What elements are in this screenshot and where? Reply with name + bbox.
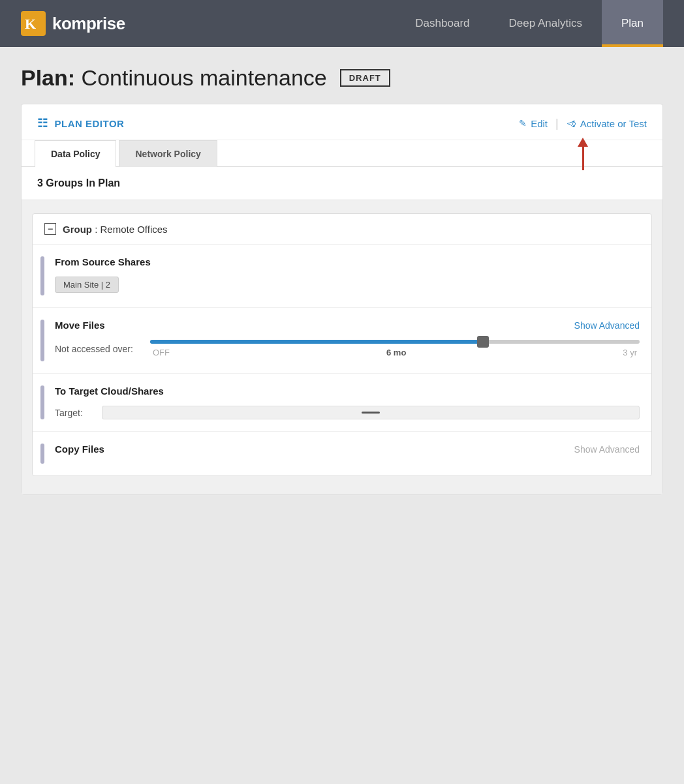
draft-badge: DRAFT <box>340 69 390 87</box>
plan-editor-header: ☷ PLAN EDITOR ✎ Edit | ⏿ Activate or Tes… <box>22 104 662 140</box>
plan-editor-actions: ✎ Edit | ⏿ Activate or Test <box>519 117 647 130</box>
brand-name: komprise <box>52 14 125 34</box>
navbar: K komprise Dashboard Deep Analytics Plan <box>0 0 684 47</box>
from-source-title-row: From Source Shares <box>55 256 640 267</box>
slider-thumb[interactable] <box>477 336 489 348</box>
tab-network-policy[interactable]: Network Policy <box>119 140 217 167</box>
plan-header: Plan: Continuous maintenance DRAFT <box>21 65 663 91</box>
target-input[interactable] <box>102 406 640 419</box>
activate-button[interactable]: ⏿ Activate or Test <box>567 118 647 129</box>
show-advanced-copy: Show Advanced <box>574 444 640 455</box>
sliders-icon: ☷ <box>37 116 48 130</box>
edit-icon: ✎ <box>519 118 527 128</box>
edit-button[interactable]: ✎ Edit <box>519 118 548 129</box>
tab-data-policy[interactable]: Data Policy <box>35 140 116 167</box>
groups-count: 3 Groups In Plan <box>22 167 662 200</box>
group-body: From Source Shares Main Site | 2 Move Fi… <box>33 245 651 475</box>
plan-editor-card: ☷ PLAN EDITOR ✎ Edit | ⏿ Activate or Tes… <box>21 104 663 495</box>
tabs-row: Data Policy Network Policy <box>22 140 662 167</box>
page-content: Plan: Continuous maintenance DRAFT ☷ PLA… <box>0 47 684 513</box>
section-sidebar-target <box>40 385 44 419</box>
svg-text:K: K <box>25 16 36 32</box>
from-source-section: From Source Shares Main Site | 2 <box>33 245 651 308</box>
show-advanced-move[interactable]: Show Advanced <box>574 320 640 331</box>
copy-files-section: Copy Files Show Advanced <box>33 432 651 475</box>
nav-links: Dashboard Deep Analytics Plan <box>396 0 663 47</box>
slider-tick-off: OFF <box>153 348 170 357</box>
slider-tick-6mo: 6 mo <box>386 348 406 357</box>
copy-files-title-row: Copy Files Show Advanced <box>55 444 640 455</box>
copy-files-content: Copy Files Show Advanced <box>55 444 640 464</box>
to-target-title-row: To Target Cloud/Shares <box>55 385 640 397</box>
arrow-annotation <box>578 138 588 170</box>
to-target-section: To Target Cloud/Shares Target: <box>33 374 651 432</box>
collapse-icon[interactable]: − <box>44 223 56 235</box>
to-target-title: To Target Cloud/Shares <box>55 385 164 397</box>
from-source-title: From Source Shares <box>55 256 151 267</box>
arrow-head <box>578 138 588 147</box>
slider-fill <box>150 340 483 344</box>
group-header[interactable]: − Group : Remote Offices <box>33 214 651 245</box>
nav-plan[interactable]: Plan <box>602 0 663 47</box>
slider-tick-3yr: 3 yr <box>623 348 637 357</box>
arrow-shaft <box>582 147 584 170</box>
source-tag[interactable]: Main Site | 2 <box>55 277 119 293</box>
slider-track <box>150 340 640 344</box>
from-source-content: From Source Shares Main Site | 2 <box>55 256 640 295</box>
target-label: Target: <box>55 408 94 418</box>
to-target-content: To Target Cloud/Shares Target: <box>55 385 640 419</box>
slider-row: Not accessed over: OFF 6 mo <box>55 340 640 357</box>
move-files-title: Move Files <box>55 320 105 331</box>
slider-labels: OFF 6 mo 3 yr <box>150 348 640 357</box>
target-row: Target: <box>55 406 640 419</box>
power-icon: ⏿ <box>567 118 576 129</box>
target-dash <box>362 412 380 414</box>
brand: K komprise <box>21 11 125 36</box>
slider-label: Not accessed over: <box>55 344 140 354</box>
group-label: Group : Remote Offices <box>63 224 168 235</box>
brand-icon: K <box>21 11 46 36</box>
group-card: − Group : Remote Offices From So <box>32 213 652 476</box>
section-sidebar-from <box>40 256 44 295</box>
section-sidebar-move <box>40 320 44 361</box>
copy-files-title: Copy Files <box>55 444 104 455</box>
page-title: Plan: Continuous maintenance <box>21 65 327 91</box>
move-files-content: Move Files Show Advanced Not accessed ov… <box>55 320 640 361</box>
plan-editor-title: ☷ PLAN EDITOR <box>37 116 124 130</box>
action-divider: | <box>555 117 559 130</box>
nav-deep-analytics[interactable]: Deep Analytics <box>490 0 602 47</box>
groups-container: − Group : Remote Offices From So <box>22 200 662 494</box>
move-files-section: Move Files Show Advanced Not accessed ov… <box>33 308 651 374</box>
move-files-title-row: Move Files Show Advanced <box>55 320 640 331</box>
section-sidebar-copy <box>40 444 44 464</box>
slider-wrapper[interactable]: OFF 6 mo 3 yr <box>150 340 640 357</box>
nav-dashboard[interactable]: Dashboard <box>396 0 489 47</box>
